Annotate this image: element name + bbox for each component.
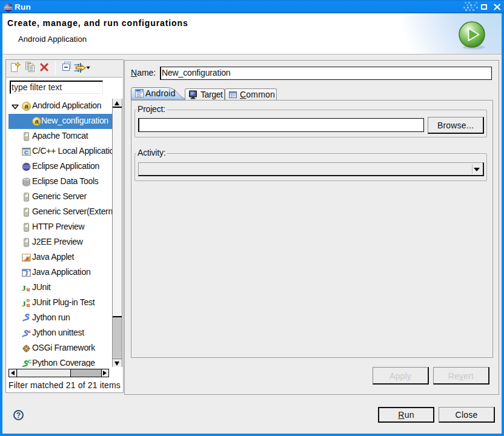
svg-text:J: J	[25, 256, 28, 262]
svg-text:u: u	[27, 302, 30, 308]
svg-text:J: J	[22, 283, 26, 292]
svg-text:J: J	[25, 271, 28, 277]
svg-text:u: u	[27, 286, 30, 292]
svg-text:C: C	[24, 149, 28, 156]
svg-text:C: C	[28, 359, 31, 365]
svg-text:J: J	[22, 299, 26, 308]
svg-text:a: a	[35, 117, 39, 125]
svg-text:u: u	[28, 329, 31, 334]
svg-text:a: a	[25, 102, 29, 110]
